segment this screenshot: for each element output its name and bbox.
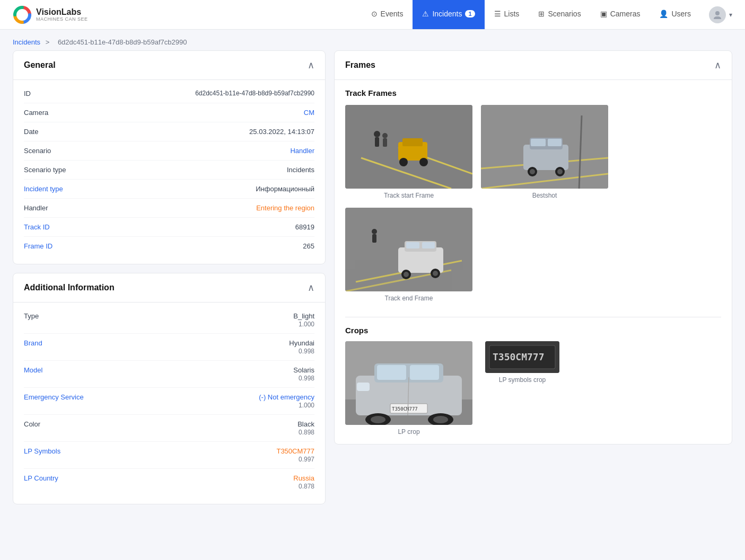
color-value: Black xyxy=(297,420,314,428)
info-row-id: ID 6d2dc451-b11e-47d8-b8d9-b59af7cb2990 xyxy=(24,84,314,103)
track-frames-top-row: Track start Frame xyxy=(345,105,721,199)
lp-symbols-value: T350CM777 xyxy=(276,447,314,455)
incidents-badge: 1 xyxy=(465,10,475,17)
brand-value-group: Hyundai 0.998 xyxy=(289,339,314,355)
crops-title: Crops xyxy=(345,326,721,335)
nav-scenarios[interactable]: ⊞ Scenarios xyxy=(529,0,590,29)
nav-incidents-label: Incidents xyxy=(432,10,462,18)
users-icon: 👤 xyxy=(659,10,668,18)
lp-crop-item: T350CM777 LP crop xyxy=(345,341,472,435)
info-row-camera: Camera CM xyxy=(24,103,314,122)
color-sub: 0.898 xyxy=(299,429,314,436)
frame-id-value: 265 xyxy=(303,242,314,250)
scenario-type-label: Scenario type xyxy=(24,166,98,174)
svg-point-12 xyxy=(382,133,388,138)
info-row-lp-symbols: LP Symbols T350CM777 0.997 xyxy=(24,442,314,469)
frames-title: Frames xyxy=(345,60,375,70)
id-value: 6d2dc451-b11e-47d8-b8d9-b59af7cb2990 xyxy=(195,90,314,97)
type-sub: 1.000 xyxy=(299,321,314,328)
avatar xyxy=(709,6,726,23)
svg-point-46 xyxy=(371,416,385,423)
lp-country-sub: 0.878 xyxy=(299,483,314,490)
track-frames-title: Track Frames xyxy=(345,88,721,97)
svg-point-8 xyxy=(399,158,408,166)
info-row-emergency: Emergency Service (-) Not emergency 1.00… xyxy=(24,388,314,415)
svg-rect-31 xyxy=(406,242,419,248)
camera-label: Camera xyxy=(24,109,98,117)
user-menu[interactable]: ▾ xyxy=(709,6,732,23)
track-frames-section: Track Frames xyxy=(335,80,732,317)
info-row-type: Type B_light 1.000 xyxy=(24,307,314,334)
info-row-date: Date 25.03.2022, 14:13:07 xyxy=(24,122,314,141)
general-card-body: ID 6d2dc451-b11e-47d8-b8d9-b59af7cb2990 … xyxy=(13,80,325,264)
additional-card-body: Type B_light 1.000 Brand Hyundai 0.998 xyxy=(13,303,325,504)
svg-point-2 xyxy=(715,11,720,15)
logo-icon xyxy=(13,5,32,24)
scenarios-icon: ⊞ xyxy=(538,10,545,18)
nav-incidents[interactable]: ⚠ Incidents 1 xyxy=(413,0,484,29)
info-row-frame-id: Frame ID 265 xyxy=(24,237,314,255)
additional-card: Additional Information ∧ Type B_light 1.… xyxy=(13,273,326,504)
main-nav: ⊙ Events ⚠ Incidents 1 ☰ Lists ⊞ Scenari… xyxy=(362,0,700,29)
lists-icon: ☰ xyxy=(494,10,501,18)
nav-users[interactable]: 👤 Users xyxy=(650,0,700,29)
nav-cameras-label: Cameras xyxy=(610,10,641,18)
color-value-group: Black 0.898 xyxy=(297,420,314,436)
date-value: 25.03.2022, 14:13:07 xyxy=(249,128,314,136)
color-label: Color xyxy=(24,420,98,428)
additional-card-header: Additional Information ∧ xyxy=(13,273,325,303)
logo-text: VisionLabs MACHINES CAN SEE xyxy=(36,7,88,22)
breadcrumb-incidents-link[interactable]: Incidents xyxy=(13,38,40,46)
nav-events[interactable]: ⊙ Events xyxy=(362,0,413,29)
right-column: Frames ∧ Track Frames xyxy=(334,50,732,504)
brand-label: Brand xyxy=(24,339,98,347)
lp-country-label: LP Country xyxy=(24,474,98,482)
track-start-image xyxy=(345,105,472,189)
scenario-type-value: Incidents xyxy=(287,166,314,174)
frames-card-header: Frames ∧ xyxy=(335,51,732,80)
lp-symbols-scene: T350CM777 xyxy=(485,341,559,373)
svg-rect-51 xyxy=(357,383,370,391)
svg-text:T350CM777: T350CM777 xyxy=(392,406,418,412)
track-end-label: Track end Frame xyxy=(385,295,433,302)
svg-point-36 xyxy=(433,271,438,276)
svg-text:T350CM777: T350CM777 xyxy=(493,351,545,362)
nav-users-label: Users xyxy=(671,10,691,18)
svg-rect-13 xyxy=(383,138,387,147)
general-card-header: General ∧ xyxy=(13,51,325,80)
track-start-label: Track start Frame xyxy=(384,192,434,199)
nav-cameras[interactable]: ▣ Cameras xyxy=(591,0,650,29)
info-row-color: Color Black 0.898 xyxy=(24,415,314,442)
bestshot-label: Bestshot xyxy=(532,192,557,199)
nav-lists[interactable]: ☰ Lists xyxy=(485,0,529,29)
track-end-image xyxy=(345,208,472,291)
brand-value: Hyundai xyxy=(289,339,314,347)
logo: VisionLabs MACHINES CAN SEE xyxy=(13,5,88,24)
additional-collapse-icon[interactable]: ∧ xyxy=(308,282,314,294)
main-content: General ∧ ID 6d2dc451-b11e-47d8-b8d9-b59… xyxy=(0,50,745,517)
frames-collapse-icon[interactable]: ∧ xyxy=(714,59,721,71)
type-value-group: B_light 1.000 xyxy=(293,312,314,328)
model-label: Model xyxy=(24,366,98,374)
frame-id-label: Frame ID xyxy=(24,242,98,250)
lp-country-value: Russia xyxy=(293,474,314,482)
lp-symbols-value-group: T350CM777 0.997 xyxy=(276,447,314,463)
lp-symbols-crop-item: T350CM777 LP symbols crop xyxy=(485,341,559,384)
emergency-label: Emergency Service xyxy=(24,393,98,401)
scenario-value[interactable]: Handler xyxy=(290,147,314,155)
track-end-scene xyxy=(345,208,472,291)
logo-sub: MACHINES CAN SEE xyxy=(36,16,88,22)
general-collapse-icon[interactable]: ∧ xyxy=(308,59,314,71)
svg-point-9 xyxy=(419,158,428,166)
crops-section: Crops xyxy=(335,317,732,444)
svg-rect-19 xyxy=(531,139,546,146)
scenario-label: Scenario xyxy=(24,147,98,155)
svg-point-37 xyxy=(372,229,377,234)
info-row-lp-country: LP Country Russia 0.878 xyxy=(24,469,314,495)
bestshot-image xyxy=(481,105,608,189)
cameras-icon: ▣ xyxy=(600,10,607,18)
svg-point-23 xyxy=(530,169,535,174)
svg-rect-43 xyxy=(377,365,406,380)
lp-symbols-crop-label: LP symbols crop xyxy=(499,376,546,384)
date-label: Date xyxy=(24,128,98,136)
